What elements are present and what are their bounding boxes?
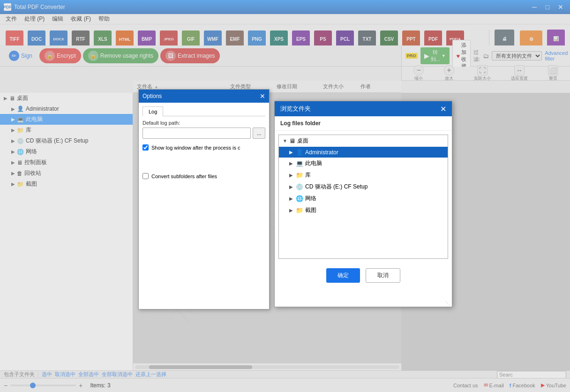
browse-arrow-library: ▶ [289,173,296,178]
browse-item-mycomputer[interactable]: ▶ 💻 此电脑 [279,158,448,169]
options-tab-bar: Log [142,106,265,116]
browse-arrow-mycomputer: ▶ [289,161,296,166]
log-path-label: Default log path: [142,120,265,126]
browse-arrow-cd: ▶ [289,184,296,189]
convert-subfolders-label: Convert subfolders after files [151,173,217,179]
browse-screenshots-icon: 📁 [296,207,303,214]
options-body: Log Default log path: ... Show log windo… [139,103,269,187]
show-log-checkbox[interactable] [142,144,149,151]
browse-tree: ▼ 🖥 桌面 ▶ 👤 Administrator ▶ 💻 此电脑 ▶ 📁 库 ▶… [278,135,448,259]
browse-library-icon: 📁 [296,172,303,179]
browse-buttons: 确定 取消 [275,263,452,288]
browse-item-library[interactable]: ▶ 📁 库 [279,169,448,181]
tab-log[interactable]: Log [142,106,163,116]
browse-arrow-admin: ▶ [289,150,296,155]
browse-titlebar: 浏览文件夹 ✕ [275,101,452,116]
browse-button[interactable]: ... [253,128,265,139]
browse-desktop-icon: 🖥 [289,137,295,144]
browse-confirm-button[interactable]: 确定 [326,268,360,283]
log-path-field-row: ... [142,128,265,139]
convert-subfolders-row: Convert subfolders after files [142,173,265,179]
browse-user-icon: 👤 [296,149,303,156]
browse-item-admin[interactable]: ▶ 👤 Administrator [279,147,448,158]
resize-handle[interactable]: ⋱ [445,301,450,306]
browse-arrow-desktop: ▼ [283,138,289,143]
options-titlebar: Options ✕ [139,90,269,103]
options-title: Options [142,93,162,99]
browse-network-icon: 🌐 [296,195,303,202]
show-log-label: Show log window after the process is c [151,145,240,151]
browse-dialog: 浏览文件夹 ✕ Log files folder ▼ 🖥 桌面 ▶ 👤 Admi… [274,101,452,307]
log-path-row: Default log path: ... [142,120,265,139]
browse-item-screenshots[interactable]: ▶ 📁 截图 [279,204,448,216]
browse-subtitle: Log files folder [275,116,452,131]
options-close-button[interactable]: ✕ [260,92,265,100]
browse-item-network[interactable]: ▶ 🌐 网络 [279,193,448,204]
log-path-input[interactable] [142,128,251,139]
options-dialog: Options ✕ Log Default log path: ... Show… [138,89,270,309]
browse-item-cd[interactable]: ▶ 💿 CD 驱动器 (E:) CF Setup [279,181,448,193]
show-log-row: Show log window after the process is c [142,144,265,151]
browse-cancel-button[interactable]: 取消 [366,268,400,283]
browse-cd-icon: 💿 [296,183,303,190]
browse-item-desktop[interactable]: ▼ 🖥 桌面 [279,135,448,147]
browse-computer-icon: 💻 [296,160,303,167]
browse-title: 浏览文件夹 [280,105,311,113]
browse-arrow-network: ▶ [289,196,296,201]
browse-close-button[interactable]: ✕ [440,105,446,113]
spacer [142,154,265,173]
convert-subfolders-checkbox[interactable] [142,173,149,179]
browse-arrow-screenshots: ▶ [289,208,296,213]
